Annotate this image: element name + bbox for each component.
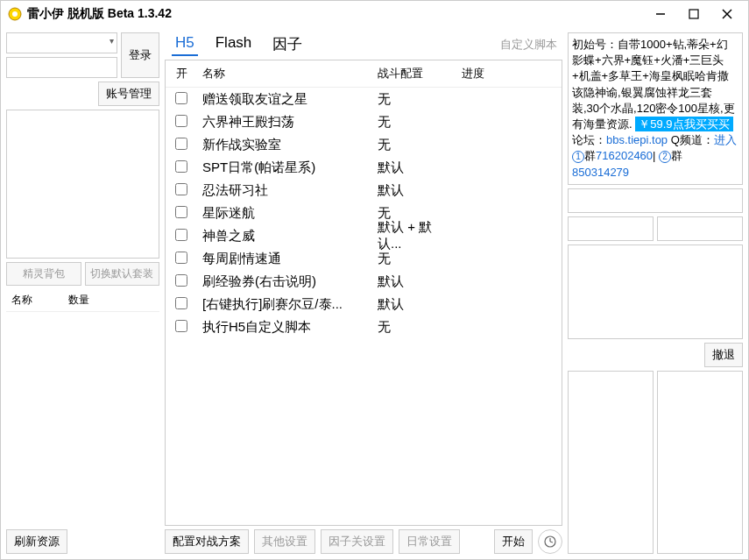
task-name: 星际迷航 [197,203,372,223]
task-name: 神兽之威 [197,226,372,246]
group2-link[interactable]: 850314279 [572,166,629,179]
account-combo[interactable]: ▾ [6,32,117,53]
task-name: 新作战实验室 [197,135,372,155]
task-progress [456,302,562,306]
task-checkbox[interactable] [175,274,187,287]
task-checkbox[interactable] [175,183,187,195]
task-battle: 无 [372,249,456,269]
left-panel-1 [6,110,159,259]
group1-link[interactable]: 716202460 [596,149,653,162]
window-title: 雷小伊 脱机版 Beta 1.3.42 [27,6,652,22]
task-progress [456,257,562,260]
other-settings-button[interactable]: 其他设置 [254,529,315,554]
tab-flash[interactable]: Flash [212,32,256,56]
task-checkbox[interactable] [175,229,187,241]
status-box-4b [657,371,743,554]
task-battle: 默认 [372,272,456,292]
start-button[interactable]: 开始 [494,529,533,554]
svg-point-1 [12,11,18,17]
refresh-resource-button[interactable]: 刷新资源 [6,529,67,554]
password-input[interactable] [6,57,117,78]
clock-button[interactable] [538,529,562,554]
col-header-enable: 开 [166,64,197,83]
spirit-bag-button[interactable]: 精灵背包 [6,262,81,286]
tab-h5[interactable]: H5 [172,32,198,56]
task-checkbox[interactable] [175,138,187,150]
task-battle: 默认 [372,181,456,201]
tab-factor[interactable]: 因子 [269,32,306,56]
task-row[interactable]: SPT日常(帕诺星系)默认 [166,156,562,179]
task-name: SPT日常(帕诺星系) [197,158,372,178]
group1-label: 群 [584,149,596,162]
custom-script-button[interactable]: 自定义脚本 [495,35,562,54]
svg-line-8 [550,542,553,542]
factor-settings-button[interactable]: 因子关设置 [321,529,393,554]
task-row[interactable]: 星际迷航无 [166,202,562,224]
retreat-button[interactable]: 撤退 [704,343,743,367]
task-row[interactable]: 神兽之威默认 + 默认... [166,224,562,247]
group2-icon: 2 [659,151,671,163]
task-row[interactable]: 新作战实验室无 [166,133,562,156]
forum-label: 论坛： [572,133,606,146]
task-checkbox[interactable] [175,160,187,173]
task-row[interactable]: [右键执行]刷赛尔豆/泰...默认 [166,293,562,315]
task-progress [456,325,562,329]
daily-settings-button[interactable]: 日常设置 [399,529,460,554]
resource-table: 名称 数量 [6,289,159,522]
task-row[interactable]: 刷经验券(右击说明)默认 [166,270,562,293]
promo-box: 初始号：自带1000+钻,蒂朵+幻影蝶+六界+魔钰+火潘+三巨头+机盖+多草王+… [568,32,743,185]
forum-link[interactable]: bbs.tiepi.top [606,133,668,146]
task-row[interactable]: 执行H5自定义脚本无 [166,315,562,338]
task-row[interactable]: 六界神王殿扫荡无 [166,110,562,133]
task-row[interactable]: 赠送领取友谊之星无 [166,88,562,110]
task-battle: 默认 [372,158,456,178]
channel-link[interactable]: 进入 [714,133,737,146]
task-battle: 无 [372,135,456,155]
minimize-button[interactable] [652,5,669,23]
login-button[interactable]: 登录 [121,32,159,78]
status-box-2a [568,216,654,241]
task-checkbox[interactable] [175,297,187,309]
status-box-3 [568,245,743,339]
status-box-4a [568,371,654,554]
group2-label: 群 [671,149,682,162]
task-checkbox[interactable] [175,252,187,264]
task-battle: 无 [372,112,456,132]
status-box-2b [657,216,743,241]
task-progress [456,234,562,237]
close-button[interactable] [718,5,736,23]
task-progress [456,120,562,124]
task-checkbox[interactable] [175,92,187,104]
task-row[interactable]: 每周剧情速通无 [166,247,562,270]
task-name: 每周剧情速通 [197,249,372,269]
task-name: 执行H5自定义脚本 [197,317,372,337]
channel-label: Q频道： [668,133,714,146]
maximize-button[interactable] [685,5,703,23]
col-header-progress: 进度 [456,64,562,83]
col-header-qty: 数量 [63,289,159,311]
promo-price-link[interactable]: ￥59.9点我买买买 [635,117,732,131]
task-checkbox[interactable] [175,320,187,332]
task-row[interactable]: 忍法研习社默认 [166,179,562,202]
task-progress [456,211,562,215]
account-manager-button[interactable]: 账号管理 [98,82,159,106]
task-progress [456,97,562,101]
config-battle-button[interactable]: 配置对战方案 [165,529,249,554]
task-progress [456,188,562,192]
task-progress [456,166,562,169]
switch-default-button[interactable]: 切换默认套装 [85,262,160,286]
task-name: 忍法研习社 [197,181,372,201]
svg-rect-3 [689,10,698,18]
status-box-1 [568,188,743,213]
task-name: 六界神王殿扫荡 [197,112,372,132]
task-checkbox[interactable] [175,206,187,218]
task-battle: 默认 [372,294,456,315]
task-progress [456,280,562,283]
task-name: 赠送领取友谊之星 [197,89,372,110]
task-battle: 无 [372,317,456,337]
chevron-down-icon: ▾ [110,36,114,46]
col-header-name: 名称 [6,289,63,311]
account-input[interactable] [6,32,117,53]
task-checkbox[interactable] [175,115,187,127]
task-name: 刷经验券(右击说明) [197,272,372,292]
